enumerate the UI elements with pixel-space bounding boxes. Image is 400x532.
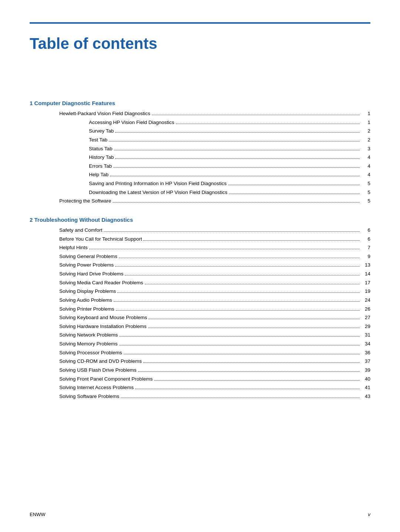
entry-dots bbox=[143, 362, 360, 363]
entry-page: 6 bbox=[361, 226, 370, 235]
entry-text: Solving Printer Problems bbox=[59, 305, 114, 314]
entry-page: 17 bbox=[361, 278, 370, 287]
entry-text: Protecting the Software bbox=[59, 197, 111, 205]
entry-page: 2 bbox=[361, 135, 370, 144]
footer-left: ENWW bbox=[30, 512, 46, 517]
entry-page: 7 bbox=[361, 243, 370, 252]
entry-dots bbox=[117, 292, 360, 293]
toc-entry: Solving Hardware Installation Problems29 bbox=[30, 322, 370, 331]
toc-entry: Test Tab2 bbox=[30, 135, 370, 144]
entry-text: Solving Power Problems bbox=[59, 261, 114, 270]
entry-page: 13 bbox=[361, 261, 370, 270]
entry-text: Solving Processor Problems bbox=[59, 348, 122, 357]
toc-entry: Survey Tab2 bbox=[30, 127, 370, 135]
entry-page: 5 bbox=[361, 188, 370, 197]
toc-entry: Solving Software Problems43 bbox=[30, 392, 370, 401]
toc-entry: History Tab4 bbox=[30, 153, 370, 162]
toc-entry: Solving Display Problems19 bbox=[30, 287, 370, 296]
entry-dots bbox=[228, 185, 360, 185]
entry-text: Helpful Hints bbox=[59, 243, 88, 252]
entry-dots bbox=[135, 389, 360, 389]
entry-text: Solving Hard Drive Problems bbox=[59, 270, 123, 278]
toc-entry: Solving Front Panel Component Problems40 bbox=[30, 375, 370, 384]
entry-text: Safety and Comfort bbox=[59, 226, 102, 235]
entry-page: 5 bbox=[361, 179, 370, 188]
entry-dots bbox=[110, 176, 360, 176]
entry-page: 26 bbox=[361, 305, 370, 314]
entry-page: 2 bbox=[361, 127, 370, 135]
entry-page: 29 bbox=[361, 322, 370, 331]
entry-dots bbox=[145, 284, 360, 284]
entry-text: Hewlett-Packard Vision Field Diagnostics bbox=[59, 109, 150, 118]
entry-page: 27 bbox=[361, 313, 370, 322]
entry-dots bbox=[119, 336, 360, 337]
entry-text: Solving Internet Access Problems bbox=[59, 383, 134, 392]
toc-entry: Downloading the Latest Version of HP Vis… bbox=[30, 188, 370, 197]
entry-dots bbox=[119, 345, 360, 345]
entry-page: 43 bbox=[361, 392, 370, 401]
entry-dots bbox=[115, 266, 360, 267]
entry-dots bbox=[138, 371, 360, 372]
entry-dots bbox=[176, 124, 360, 124]
entry-dots bbox=[104, 231, 360, 232]
entry-dots bbox=[89, 249, 360, 249]
entry-dots bbox=[154, 380, 360, 381]
entry-page: 5 bbox=[361, 197, 370, 205]
entry-text: Before You Call for Technical Support bbox=[59, 235, 142, 244]
toc-entry: Accessing HP Vision Field Diagnostics1 bbox=[30, 118, 370, 127]
toc-entry: Safety and Comfort6 bbox=[30, 226, 370, 235]
toc-entry: Solving USB Flash Drive Problems39 bbox=[30, 366, 370, 375]
toc-entry: Solving Processor Problems36 bbox=[30, 348, 370, 357]
entry-text: Solving Keyboard and Mouse Problems bbox=[59, 313, 147, 322]
toc-container: 1 Computer Diagnostic FeaturesHewlett-Pa… bbox=[30, 100, 370, 401]
entry-page: 1 bbox=[361, 118, 370, 127]
entry-text: Test Tab bbox=[89, 135, 107, 144]
entry-dots bbox=[109, 141, 360, 141]
toc-entry: Hewlett-Packard Vision Field Diagnostics… bbox=[30, 109, 370, 118]
section-1-heading: 1 Computer Diagnostic Features bbox=[30, 100, 370, 106]
entry-page: 31 bbox=[361, 331, 370, 339]
entry-dots bbox=[113, 167, 360, 168]
toc-entry: Solving Memory Problems34 bbox=[30, 339, 370, 348]
entry-text: Solving Media Card Reader Problems bbox=[59, 278, 143, 287]
entry-text: Survey Tab bbox=[89, 127, 114, 135]
top-border bbox=[30, 22, 370, 24]
entry-dots bbox=[121, 398, 360, 398]
entry-dots bbox=[124, 354, 360, 354]
entry-dots bbox=[149, 319, 360, 319]
entry-dots bbox=[115, 158, 360, 159]
entry-page: 39 bbox=[361, 366, 370, 375]
entry-dots bbox=[114, 150, 360, 150]
toc-entry: Solving CD-ROM and DVD Problems37 bbox=[30, 357, 370, 366]
toc-entry: Solving Audio Problems24 bbox=[30, 296, 370, 305]
entry-page: 3 bbox=[361, 144, 370, 153]
entry-page: 19 bbox=[361, 287, 370, 296]
entry-text: Solving General Problems bbox=[59, 252, 117, 261]
section-2-heading: 2 Troubleshooting Without Diagnostics bbox=[30, 217, 370, 223]
entry-text: Solving Hardware Installation Problems bbox=[59, 322, 147, 331]
entry-page: 40 bbox=[361, 375, 370, 384]
entry-text: Accessing HP Vision Field Diagnostics bbox=[89, 118, 174, 127]
toc-entry: Errors Tab4 bbox=[30, 162, 370, 171]
toc-entry: Status Tab3 bbox=[30, 144, 370, 153]
entry-text: Solving Audio Problems bbox=[59, 296, 112, 305]
entry-page: 6 bbox=[361, 235, 370, 244]
entry-dots bbox=[113, 202, 360, 203]
entry-page: 4 bbox=[361, 170, 370, 179]
entry-page: 41 bbox=[361, 383, 370, 392]
entry-text: Solving Software Problems bbox=[59, 392, 119, 401]
entry-page: 4 bbox=[361, 153, 370, 162]
entry-page: 9 bbox=[361, 252, 370, 261]
toc-entry: Solving Media Card Reader Problems17 bbox=[30, 278, 370, 287]
toc-entry: Protecting the Software5 bbox=[30, 197, 370, 205]
entry-dots bbox=[143, 240, 360, 241]
page: Table of contents 1 Computer Diagnostic … bbox=[0, 0, 400, 532]
entry-page: 37 bbox=[361, 357, 370, 366]
entry-page: 1 bbox=[361, 109, 370, 118]
entry-text: Help Tab bbox=[89, 170, 109, 179]
entry-text: Solving USB Flash Drive Problems bbox=[59, 366, 137, 375]
entry-text: Solving Network Problems bbox=[59, 331, 118, 339]
toc-entry: Saving and Printing Information in HP Vi… bbox=[30, 179, 370, 188]
entry-page: 24 bbox=[361, 296, 370, 305]
entry-text: Solving Front Panel Component Problems bbox=[59, 375, 153, 384]
